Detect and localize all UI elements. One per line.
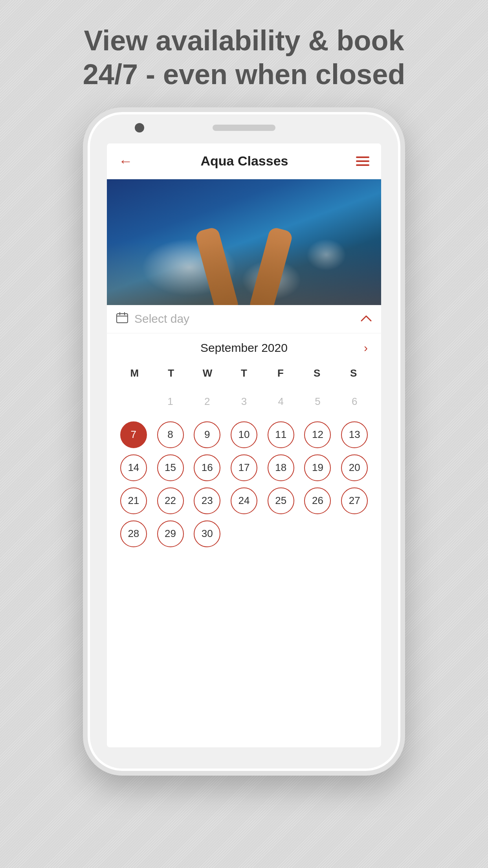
phone-top bbox=[88, 112, 400, 143]
app-screen: ← Aqua Classes bbox=[107, 143, 381, 747]
day-22-cell[interactable]: 22 bbox=[153, 485, 188, 516]
menu-button[interactable] bbox=[356, 156, 369, 166]
calendar-month-label: September 2020 bbox=[200, 341, 288, 355]
day-22[interactable]: 22 bbox=[157, 487, 184, 514]
day-21[interactable]: 21 bbox=[120, 487, 147, 514]
day-14[interactable]: 14 bbox=[120, 454, 147, 481]
app-title: Aqua Classes bbox=[201, 153, 288, 169]
calendar: September 2020 › M T W T F S S 1 bbox=[107, 333, 381, 747]
day-15[interactable]: 15 bbox=[157, 454, 184, 481]
day-9[interactable]: 9 bbox=[194, 421, 220, 448]
day-30-cell[interactable]: 30 bbox=[190, 519, 224, 549]
weekdays-row: M T W T F S S bbox=[116, 364, 372, 383]
day-26-cell[interactable]: 26 bbox=[301, 485, 335, 516]
day-23[interactable]: 23 bbox=[194, 487, 220, 514]
menu-line-2 bbox=[356, 160, 369, 162]
day-20-cell[interactable]: 20 bbox=[337, 452, 372, 483]
day-14-cell[interactable]: 14 bbox=[116, 452, 151, 483]
empty-end-3 bbox=[301, 519, 335, 549]
empty-cell-4: 3 bbox=[227, 386, 261, 417]
headline-line2: 24/7 - even when closed bbox=[83, 59, 405, 90]
day-7[interactable]: 7 bbox=[120, 421, 147, 448]
day-8-cell[interactable]: 8 bbox=[153, 419, 188, 450]
day-16-cell[interactable]: 16 bbox=[190, 452, 224, 483]
day-30[interactable]: 30 bbox=[194, 520, 220, 547]
day-8[interactable]: 8 bbox=[157, 421, 184, 448]
empty-cell-5: 4 bbox=[264, 386, 298, 417]
menu-line-1 bbox=[356, 156, 369, 158]
day-28[interactable]: 28 bbox=[120, 520, 147, 547]
day-29[interactable]: 29 bbox=[157, 520, 184, 547]
day-11-cell[interactable]: 11 bbox=[264, 419, 298, 450]
day-17[interactable]: 17 bbox=[231, 454, 257, 481]
chevron-up-icon[interactable] bbox=[361, 313, 372, 325]
calendar-next-button[interactable]: › bbox=[364, 341, 368, 355]
empty-cell-6: 5 bbox=[301, 386, 335, 417]
day-27[interactable]: 27 bbox=[341, 487, 368, 514]
day-20[interactable]: 20 bbox=[341, 454, 368, 481]
day-27-cell[interactable]: 27 bbox=[337, 485, 372, 516]
speaker bbox=[213, 125, 275, 131]
weekday-thu: T bbox=[226, 364, 262, 383]
day-13-cell[interactable]: 13 bbox=[337, 419, 372, 450]
weekday-fri: F bbox=[262, 364, 299, 383]
day-18-cell[interactable]: 18 bbox=[264, 452, 298, 483]
day-19-cell[interactable]: 19 bbox=[301, 452, 335, 483]
back-button[interactable]: ← bbox=[119, 153, 133, 169]
headline: View availability & book 24/7 - even whe… bbox=[67, 24, 421, 92]
empty-cell-3: 2 bbox=[190, 386, 224, 417]
calendar-nav: September 2020 › bbox=[116, 341, 372, 355]
calendar-icon bbox=[116, 312, 128, 326]
empty-cell-7: 6 bbox=[337, 386, 372, 417]
hero-image bbox=[107, 179, 381, 305]
day-17-cell[interactable]: 17 bbox=[227, 452, 261, 483]
day-19[interactable]: 19 bbox=[304, 454, 331, 481]
day-26[interactable]: 26 bbox=[304, 487, 331, 514]
svg-rect-0 bbox=[117, 314, 128, 323]
day-12[interactable]: 12 bbox=[304, 421, 331, 448]
legs-graphic bbox=[205, 211, 283, 305]
empty-cell-2: 1 bbox=[153, 386, 188, 417]
weekday-mon: M bbox=[116, 364, 153, 383]
weekday-wed: W bbox=[189, 364, 226, 383]
leg-left bbox=[194, 226, 240, 305]
day-23-cell[interactable]: 23 bbox=[190, 485, 224, 516]
app-header: ← Aqua Classes bbox=[107, 143, 381, 179]
day-9-cell[interactable]: 9 bbox=[190, 419, 224, 450]
day-25[interactable]: 25 bbox=[268, 487, 294, 514]
weekday-tue: T bbox=[153, 364, 189, 383]
phone-shell: ← Aqua Classes bbox=[83, 107, 405, 776]
day-25-cell[interactable]: 25 bbox=[264, 485, 298, 516]
menu-line-3 bbox=[356, 164, 369, 166]
headline-line1: View availability & book bbox=[84, 25, 404, 56]
day-13[interactable]: 13 bbox=[341, 421, 368, 448]
empty-end-2 bbox=[264, 519, 298, 549]
weekday-sun: S bbox=[335, 364, 372, 383]
day-12-cell[interactable]: 12 bbox=[301, 419, 335, 450]
empty-cell-1 bbox=[116, 386, 151, 417]
empty-end-4 bbox=[337, 519, 372, 549]
day-21-cell[interactable]: 21 bbox=[116, 485, 151, 516]
select-day-bar[interactable]: Select day bbox=[107, 305, 381, 333]
day-15-cell[interactable]: 15 bbox=[153, 452, 188, 483]
day-18[interactable]: 18 bbox=[268, 454, 294, 481]
day-10[interactable]: 10 bbox=[231, 421, 257, 448]
day-28-cell[interactable]: 28 bbox=[116, 519, 151, 549]
camera-dot bbox=[135, 123, 144, 132]
day-16[interactable]: 16 bbox=[194, 454, 220, 481]
empty-end-1 bbox=[227, 519, 261, 549]
select-day-text: Select day bbox=[134, 312, 361, 326]
day-24[interactable]: 24 bbox=[231, 487, 257, 514]
days-grid: 1 2 3 4 5 6 7 bbox=[116, 386, 372, 549]
day-10-cell[interactable]: 10 bbox=[227, 419, 261, 450]
weekday-sat: S bbox=[299, 364, 335, 383]
day-7-cell[interactable]: 7 bbox=[116, 419, 151, 450]
day-11[interactable]: 11 bbox=[268, 421, 294, 448]
leg-right bbox=[248, 226, 294, 305]
day-29-cell[interactable]: 29 bbox=[153, 519, 188, 549]
day-24-cell[interactable]: 24 bbox=[227, 485, 261, 516]
